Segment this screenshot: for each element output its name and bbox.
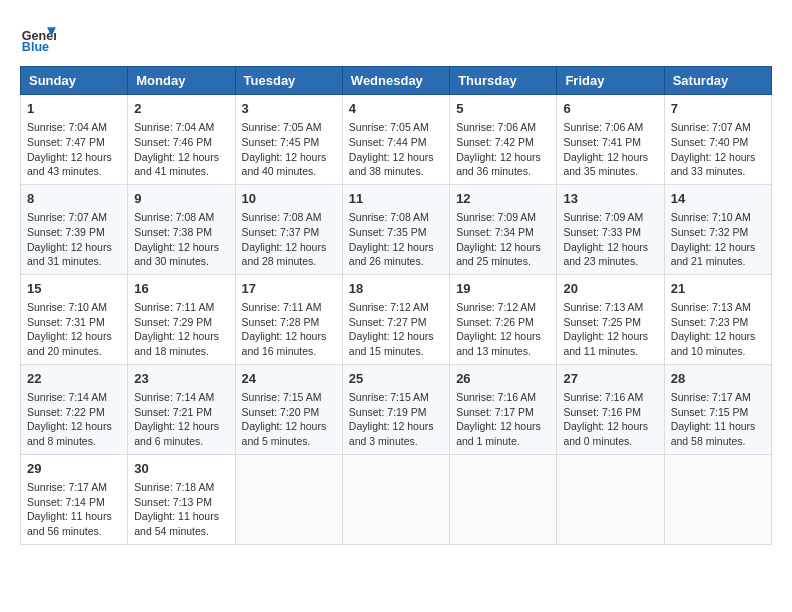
calendar-cell: 10 Sunrise: 7:08 AM Sunset: 7:37 PM Dayl… <box>235 184 342 274</box>
sunrise-label: Sunrise: 7:04 AM <box>27 121 107 133</box>
calendar-cell: 18 Sunrise: 7:12 AM Sunset: 7:27 PM Dayl… <box>342 274 449 364</box>
daylight-label: Daylight: 12 hours and 15 minutes. <box>349 330 434 357</box>
weekday-header-friday: Friday <box>557 67 664 95</box>
sunrise-label: Sunrise: 7:17 AM <box>671 391 751 403</box>
day-number: 8 <box>27 190 121 208</box>
sunrise-label: Sunrise: 7:06 AM <box>456 121 536 133</box>
sunrise-label: Sunrise: 7:15 AM <box>349 391 429 403</box>
page-header: General Blue <box>20 20 772 56</box>
calendar-cell: 29 Sunrise: 7:17 AM Sunset: 7:14 PM Dayl… <box>21 454 128 544</box>
calendar-cell: 5 Sunrise: 7:06 AM Sunset: 7:42 PM Dayli… <box>450 95 557 185</box>
sunset-label: Sunset: 7:42 PM <box>456 136 534 148</box>
sunset-label: Sunset: 7:23 PM <box>671 316 749 328</box>
day-number: 3 <box>242 100 336 118</box>
sunset-label: Sunset: 7:22 PM <box>27 406 105 418</box>
daylight-label: Daylight: 12 hours and 38 minutes. <box>349 151 434 178</box>
sunrise-label: Sunrise: 7:10 AM <box>27 301 107 313</box>
day-number: 2 <box>134 100 228 118</box>
logo: General Blue <box>20 20 56 56</box>
daylight-label: Daylight: 12 hours and 6 minutes. <box>134 420 219 447</box>
day-number: 21 <box>671 280 765 298</box>
weekday-header-thursday: Thursday <box>450 67 557 95</box>
sunrise-label: Sunrise: 7:08 AM <box>242 211 322 223</box>
daylight-label: Daylight: 12 hours and 30 minutes. <box>134 241 219 268</box>
day-number: 28 <box>671 370 765 388</box>
daylight-label: Daylight: 12 hours and 25 minutes. <box>456 241 541 268</box>
sunrise-label: Sunrise: 7:05 AM <box>349 121 429 133</box>
sunset-label: Sunset: 7:47 PM <box>27 136 105 148</box>
day-number: 10 <box>242 190 336 208</box>
day-number: 14 <box>671 190 765 208</box>
sunset-label: Sunset: 7:17 PM <box>456 406 534 418</box>
weekday-header-row: SundayMondayTuesdayWednesdayThursdayFrid… <box>21 67 772 95</box>
sunset-label: Sunset: 7:19 PM <box>349 406 427 418</box>
calendar-week-2: 8 Sunrise: 7:07 AM Sunset: 7:39 PM Dayli… <box>21 184 772 274</box>
calendar-cell: 4 Sunrise: 7:05 AM Sunset: 7:44 PM Dayli… <box>342 95 449 185</box>
daylight-label: Daylight: 12 hours and 43 minutes. <box>27 151 112 178</box>
sunrise-label: Sunrise: 7:14 AM <box>27 391 107 403</box>
logo-icon: General Blue <box>20 20 56 56</box>
calendar-cell: 9 Sunrise: 7:08 AM Sunset: 7:38 PM Dayli… <box>128 184 235 274</box>
calendar-cell: 14 Sunrise: 7:10 AM Sunset: 7:32 PM Dayl… <box>664 184 771 274</box>
day-number: 7 <box>671 100 765 118</box>
day-number: 23 <box>134 370 228 388</box>
calendar-cell: 15 Sunrise: 7:10 AM Sunset: 7:31 PM Dayl… <box>21 274 128 364</box>
sunrise-label: Sunrise: 7:12 AM <box>349 301 429 313</box>
sunrise-label: Sunrise: 7:07 AM <box>671 121 751 133</box>
calendar-cell <box>664 454 771 544</box>
calendar-cell: 1 Sunrise: 7:04 AM Sunset: 7:47 PM Dayli… <box>21 95 128 185</box>
weekday-header-wednesday: Wednesday <box>342 67 449 95</box>
calendar-cell: 8 Sunrise: 7:07 AM Sunset: 7:39 PM Dayli… <box>21 184 128 274</box>
sunrise-label: Sunrise: 7:16 AM <box>456 391 536 403</box>
daylight-label: Daylight: 12 hours and 36 minutes. <box>456 151 541 178</box>
sunrise-label: Sunrise: 7:06 AM <box>563 121 643 133</box>
calendar-cell: 24 Sunrise: 7:15 AM Sunset: 7:20 PM Dayl… <box>235 364 342 454</box>
sunset-label: Sunset: 7:21 PM <box>134 406 212 418</box>
sunset-label: Sunset: 7:27 PM <box>349 316 427 328</box>
sunset-label: Sunset: 7:33 PM <box>563 226 641 238</box>
sunrise-label: Sunrise: 7:08 AM <box>349 211 429 223</box>
calendar-cell: 20 Sunrise: 7:13 AM Sunset: 7:25 PM Dayl… <box>557 274 664 364</box>
calendar-cell: 19 Sunrise: 7:12 AM Sunset: 7:26 PM Dayl… <box>450 274 557 364</box>
sunrise-label: Sunrise: 7:10 AM <box>671 211 751 223</box>
sunset-label: Sunset: 7:38 PM <box>134 226 212 238</box>
daylight-label: Daylight: 12 hours and 35 minutes. <box>563 151 648 178</box>
sunrise-label: Sunrise: 7:15 AM <box>242 391 322 403</box>
sunset-label: Sunset: 7:14 PM <box>27 496 105 508</box>
day-number: 4 <box>349 100 443 118</box>
day-number: 24 <box>242 370 336 388</box>
sunset-label: Sunset: 7:32 PM <box>671 226 749 238</box>
sunrise-label: Sunrise: 7:17 AM <box>27 481 107 493</box>
calendar-cell: 27 Sunrise: 7:16 AM Sunset: 7:16 PM Dayl… <box>557 364 664 454</box>
sunset-label: Sunset: 7:16 PM <box>563 406 641 418</box>
sunset-label: Sunset: 7:41 PM <box>563 136 641 148</box>
sunset-label: Sunset: 7:40 PM <box>671 136 749 148</box>
calendar-cell: 26 Sunrise: 7:16 AM Sunset: 7:17 PM Dayl… <box>450 364 557 454</box>
day-number: 25 <box>349 370 443 388</box>
calendar-cell <box>342 454 449 544</box>
sunrise-label: Sunrise: 7:11 AM <box>242 301 322 313</box>
calendar-cell: 16 Sunrise: 7:11 AM Sunset: 7:29 PM Dayl… <box>128 274 235 364</box>
calendar-week-3: 15 Sunrise: 7:10 AM Sunset: 7:31 PM Dayl… <box>21 274 772 364</box>
daylight-label: Daylight: 12 hours and 1 minute. <box>456 420 541 447</box>
sunset-label: Sunset: 7:13 PM <box>134 496 212 508</box>
daylight-label: Daylight: 12 hours and 5 minutes. <box>242 420 327 447</box>
weekday-header-monday: Monday <box>128 67 235 95</box>
daylight-label: Daylight: 12 hours and 10 minutes. <box>671 330 756 357</box>
calendar-cell: 13 Sunrise: 7:09 AM Sunset: 7:33 PM Dayl… <box>557 184 664 274</box>
day-number: 11 <box>349 190 443 208</box>
daylight-label: Daylight: 12 hours and 41 minutes. <box>134 151 219 178</box>
day-number: 1 <box>27 100 121 118</box>
calendar-cell: 22 Sunrise: 7:14 AM Sunset: 7:22 PM Dayl… <box>21 364 128 454</box>
calendar-cell: 17 Sunrise: 7:11 AM Sunset: 7:28 PM Dayl… <box>235 274 342 364</box>
weekday-header-sunday: Sunday <box>21 67 128 95</box>
daylight-label: Daylight: 12 hours and 40 minutes. <box>242 151 327 178</box>
calendar-cell: 3 Sunrise: 7:05 AM Sunset: 7:45 PM Dayli… <box>235 95 342 185</box>
calendar-cell: 23 Sunrise: 7:14 AM Sunset: 7:21 PM Dayl… <box>128 364 235 454</box>
day-number: 16 <box>134 280 228 298</box>
calendar-cell: 28 Sunrise: 7:17 AM Sunset: 7:15 PM Dayl… <box>664 364 771 454</box>
calendar-cell <box>450 454 557 544</box>
day-number: 18 <box>349 280 443 298</box>
day-number: 29 <box>27 460 121 478</box>
sunset-label: Sunset: 7:44 PM <box>349 136 427 148</box>
